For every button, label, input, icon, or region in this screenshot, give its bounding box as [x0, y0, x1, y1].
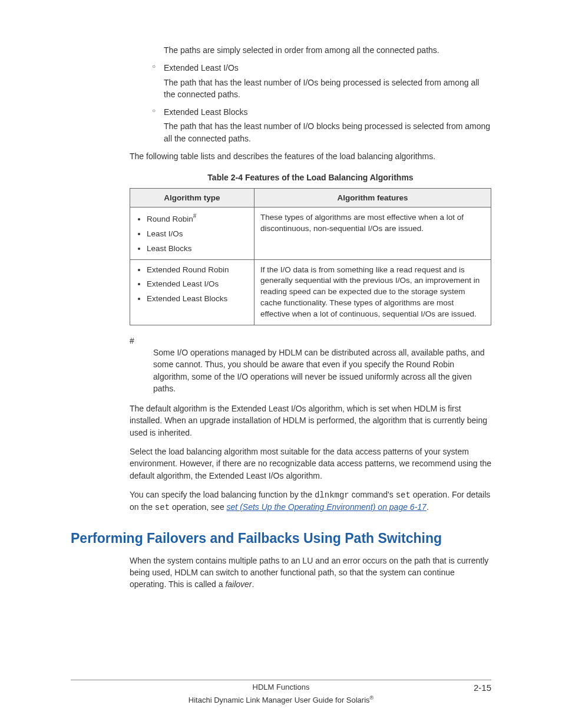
table-row: Round Robin# Least I/Os Least Blocks The… — [130, 207, 491, 259]
alg-features-2: If the I/O data is from something like a… — [254, 259, 491, 325]
page-number: 2-15 — [456, 683, 491, 693]
table-lead-text: The following table lists and describes … — [130, 150, 491, 162]
paragraph-command: You can specify the load balancing funct… — [130, 489, 491, 514]
link-set-operation[interactable]: set (Sets Up the Operating Environment) … — [227, 502, 427, 512]
bullet-title: Extended Least I/Os — [164, 63, 239, 73]
table-caption: Table 2-4 Features of the Load Balancing… — [130, 173, 491, 182]
page-footer: HDLM Functions 2-15 Hitachi Dynamic Link… — [71, 680, 491, 704]
alg-ext-round-robin: Extended Round Robin — [147, 265, 248, 276]
footnote-body: Some I/O operations managed by HDLM can … — [153, 347, 491, 394]
footer-doc-title: Hitachi Dynamic Link Manager User Guide … — [71, 695, 491, 704]
section-heading-failovers: Performing Failovers and Failbacks Using… — [71, 531, 491, 546]
footer-section-title: HDLM Functions — [106, 683, 456, 693]
bullet-extended-least-blocks: Extended Least Blocks — [152, 106, 491, 118]
bullet-body: The path that has the least number of I/… — [164, 77, 491, 101]
code-set: set — [155, 503, 170, 512]
features-table: Algorithm type Algorithm features Round … — [130, 188, 491, 325]
footnote-marker: # — [130, 336, 491, 345]
bullet-body: The path that has the least number of I/… — [164, 120, 491, 144]
alg-ext-least-ios: Extended Least I/Os — [147, 279, 248, 290]
table-header-algorithm-type: Algorithm type — [130, 189, 254, 207]
table-header-algorithm-features: Algorithm features — [254, 189, 491, 207]
alg-least-blocks: Least Blocks — [147, 243, 248, 255]
bullet-title: Extended Least Blocks — [164, 107, 247, 117]
table-row: Extended Round Robin Extended Least I/Os… — [130, 259, 491, 325]
section-paragraph: When the system contains multiple paths … — [130, 555, 491, 591]
bullet-extended-least-ios: Extended Least I/Os — [152, 62, 491, 74]
code-dlnkmgr: dlnkmgr — [315, 490, 349, 500]
paragraph-select-algorithm: Select the load balancing algorithm most… — [130, 446, 491, 482]
code-set: set — [396, 490, 411, 500]
intro-continuation: The paths are simply selected in order f… — [164, 44, 491, 56]
alg-least-ios: Least I/Os — [147, 229, 248, 240]
alg-features-1: These types of algorithms are most effec… — [254, 207, 491, 259]
alg-ext-least-blocks: Extended Least Blocks — [147, 294, 248, 305]
term-failover: failover — [225, 579, 252, 589]
paragraph-default-algorithm: The default algorithm is the Extended Le… — [130, 403, 491, 439]
alg-round-robin: Round Robin# — [147, 212, 248, 225]
